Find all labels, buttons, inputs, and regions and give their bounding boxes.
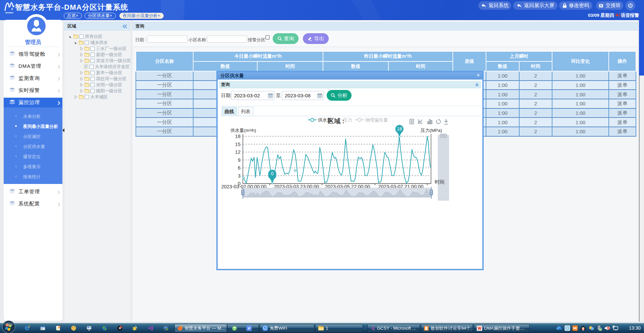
svg-text:压力: 压力 (343, 117, 352, 123)
svg-text:MIAOMIAO: MIAOMIAO (5, 12, 13, 14)
svg-text:0: 0 (271, 171, 274, 176)
svg-text:6: 6 (238, 165, 240, 171)
svg-text:9: 9 (238, 157, 240, 163)
svg-text:区域 :: 区域 : (328, 117, 344, 125)
svg-text:压力(MPa): 压力(MPa) (421, 128, 442, 133)
svg-text:物理漏失量: 物理漏失量 (365, 117, 388, 123)
svg-text:供水量(m³/h): 供水量(m³/h) (230, 128, 256, 133)
svg-text:12: 12 (235, 149, 240, 155)
svg-text:15: 15 (235, 142, 240, 147)
svg-text:18: 18 (235, 134, 240, 139)
svg-text:3: 3 (238, 173, 240, 179)
svg-text:18: 18 (397, 126, 402, 132)
svg-text:时间: 时间 (435, 179, 444, 185)
